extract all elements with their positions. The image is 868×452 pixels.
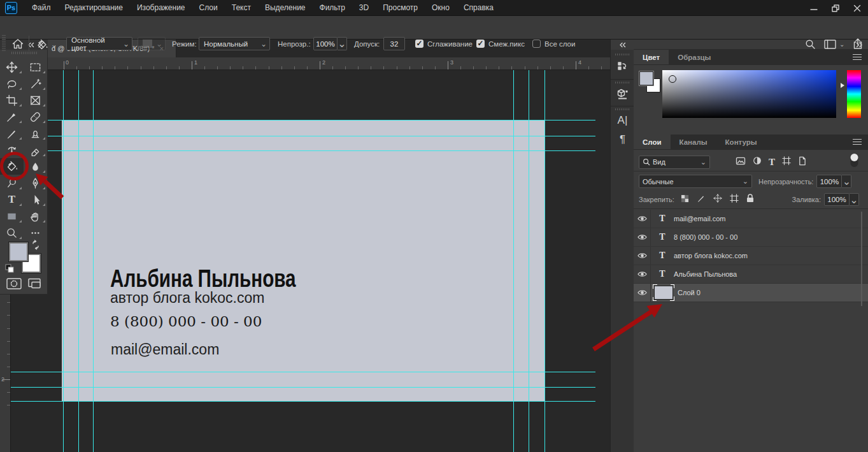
tool-preset-bucket[interactable]: ⌄ bbox=[36, 38, 57, 51]
layers-opacity-input[interactable]: 100% bbox=[816, 175, 842, 188]
vertical-ruler[interactable]: 2 bbox=[0, 295, 11, 452]
hand-tool-icon[interactable] bbox=[24, 208, 47, 224]
menu-filter[interactable]: Фильтр bbox=[313, 0, 352, 16]
menu-view[interactable]: Просмотр bbox=[376, 0, 425, 16]
lock-transparency-icon[interactable] bbox=[681, 194, 689, 205]
menu-help[interactable]: Справка bbox=[457, 0, 501, 16]
layer-row[interactable]: T mail@email.com bbox=[634, 210, 868, 228]
color-gradient-field[interactable] bbox=[662, 70, 836, 118]
layer-visibility-eye-icon[interactable] bbox=[634, 265, 651, 283]
lock-all-icon[interactable] bbox=[746, 194, 754, 205]
libraries-panel-icon[interactable] bbox=[611, 84, 634, 103]
search-icon[interactable] bbox=[805, 39, 816, 52]
crop-tool-icon[interactable] bbox=[0, 92, 24, 108]
menu-window[interactable]: Окно bbox=[425, 0, 457, 16]
menu-layers[interactable]: Слои bbox=[192, 0, 225, 16]
all-layers-checkbox[interactable]: Все слои bbox=[532, 40, 575, 48]
layer-visibility-eye-icon[interactable] bbox=[634, 210, 651, 228]
menu-image[interactable]: Изображение bbox=[130, 0, 192, 16]
layers-scrollbar[interactable] bbox=[861, 212, 862, 306]
antialias-checkbox[interactable]: Сглаживание bbox=[415, 40, 473, 48]
menu-select[interactable]: Выделение bbox=[258, 0, 313, 16]
layer-filter-toggle[interactable] bbox=[850, 153, 859, 171]
menu-file[interactable]: Файл bbox=[25, 0, 58, 16]
opacity-chevron[interactable]: ⌄ bbox=[338, 37, 347, 50]
opacity-input[interactable]: 100% bbox=[313, 37, 338, 50]
contiguous-checkbox[interactable]: Смеж.пикс bbox=[476, 40, 525, 48]
layer-visibility-eye-icon[interactable] bbox=[634, 228, 651, 246]
quick-mask-icon[interactable] bbox=[6, 278, 22, 292]
filter-type-layers-icon[interactable]: T bbox=[769, 157, 775, 168]
canvas[interactable]: Альбина Пыльнова автор блога kokoc.com 8… bbox=[48, 70, 610, 452]
filter-pixel-layers-icon[interactable] bbox=[736, 156, 746, 168]
history-panel-icon[interactable] bbox=[611, 57, 634, 77]
layers-blend-mode-select[interactable]: Обычные⌄ bbox=[639, 175, 752, 188]
swap-colors-icon[interactable] bbox=[31, 240, 41, 252]
panel-menu-icon[interactable] bbox=[853, 137, 868, 147]
menu-type[interactable]: Текст bbox=[225, 0, 258, 16]
filter-smart-objects-icon[interactable] bbox=[798, 156, 806, 168]
workspace-switcher[interactable]: ⌄ bbox=[824, 40, 844, 49]
options-grip[interactable] bbox=[2, 35, 6, 52]
layer-row[interactable]: T автор блога kokoc.com bbox=[634, 247, 868, 265]
tolerance-input[interactable]: 32 bbox=[383, 37, 405, 50]
checkbox-checked-icon[interactable] bbox=[415, 40, 423, 48]
edit-toolbar-icon[interactable] bbox=[24, 224, 47, 241]
layers-opacity-chevron[interactable]: ⌄ bbox=[842, 175, 851, 188]
default-colors-icon[interactable] bbox=[5, 264, 14, 275]
share-icon[interactable] bbox=[852, 38, 864, 52]
layer-visibility-eye-icon[interactable] bbox=[634, 247, 651, 265]
layer-filter-select[interactable]: Вид ⌄ bbox=[639, 156, 710, 169]
panel-drag-handle[interactable] bbox=[615, 82, 629, 84]
layer-row[interactable]: T 8 (800) 000 - 00 - 00 bbox=[634, 228, 868, 247]
tab-layers[interactable]: Слои bbox=[634, 135, 671, 149]
rectangle-tool-icon[interactable] bbox=[0, 208, 24, 224]
lock-pixels-icon[interactable] bbox=[697, 194, 706, 205]
expand-panels-icon[interactable] bbox=[611, 40, 634, 50]
character-panel-icon[interactable]: A| bbox=[611, 111, 634, 130]
lock-position-icon[interactable] bbox=[713, 194, 722, 205]
brush-tool-icon[interactable] bbox=[0, 125, 24, 142]
lock-artboard-icon[interactable] bbox=[730, 194, 739, 205]
menu-3d[interactable]: 3D bbox=[352, 0, 376, 16]
tab-swatches[interactable]: Образцы bbox=[669, 50, 720, 64]
fill-chevron[interactable]: ⌄ bbox=[850, 193, 859, 206]
color-field-marker[interactable] bbox=[669, 75, 676, 83]
paragraph-panel-icon[interactable]: ¶ bbox=[611, 130, 634, 149]
fill-input[interactable]: 100% bbox=[824, 193, 850, 206]
panel-drag-handle[interactable] bbox=[615, 108, 629, 110]
hue-slider[interactable] bbox=[847, 70, 861, 118]
layer-row[interactable]: T Альбина Пыльнова bbox=[634, 265, 868, 284]
close-window-button[interactable] bbox=[846, 0, 868, 16]
lasso-tool-icon[interactable] bbox=[0, 75, 24, 92]
panel-drag-handle[interactable] bbox=[615, 54, 629, 55]
eraser-tool-icon[interactable] bbox=[24, 142, 47, 158]
checkbox-unchecked-icon[interactable] bbox=[532, 40, 541, 48]
blend-mode-select[interactable]: Нормальный⌄ bbox=[199, 37, 270, 50]
quick-selection-tool-icon[interactable] bbox=[24, 75, 47, 92]
frame-tool-icon[interactable] bbox=[24, 92, 47, 108]
menu-edit[interactable]: Редактирование bbox=[58, 0, 130, 16]
type-tool-icon[interactable]: T bbox=[0, 191, 24, 208]
fill-source-select[interactable]: Основной цвет⌄ bbox=[66, 37, 132, 50]
foreground-color-swatch[interactable] bbox=[9, 242, 28, 261]
tab-paths[interactable]: Контуры bbox=[716, 135, 766, 149]
tab-channels[interactable]: Каналы bbox=[671, 135, 716, 149]
zoom-tool-icon[interactable] bbox=[0, 224, 24, 241]
clone-stamp-tool-icon[interactable] bbox=[24, 125, 47, 142]
restore-button[interactable] bbox=[825, 0, 846, 16]
tab-color[interactable]: Цвет bbox=[634, 50, 669, 64]
filter-shape-layers-icon[interactable] bbox=[782, 156, 791, 168]
horizontal-ruler[interactable]: 0 1 2 3 4 bbox=[48, 57, 610, 70]
screen-mode-icon[interactable] bbox=[27, 278, 42, 292]
home-icon[interactable] bbox=[11, 38, 24, 53]
marquee-tool-icon[interactable] bbox=[24, 59, 47, 75]
eyedropper-tool-icon[interactable] bbox=[0, 108, 24, 125]
foreground-color-swatch[interactable] bbox=[639, 71, 653, 85]
checkbox-checked-icon[interactable] bbox=[476, 40, 485, 48]
minimize-button[interactable] bbox=[803, 0, 825, 16]
filter-adjustment-layers-icon[interactable] bbox=[753, 156, 762, 168]
healing-brush-tool-icon[interactable] bbox=[24, 108, 47, 125]
move-tool-icon[interactable] bbox=[0, 59, 24, 75]
panel-menu-icon[interactable] bbox=[853, 52, 868, 62]
